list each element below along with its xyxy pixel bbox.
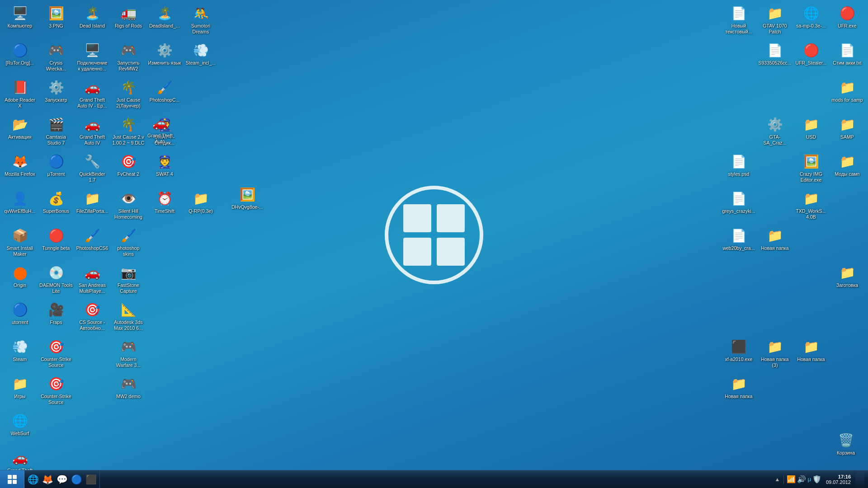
dead-island-icon[interactable]: 🏝️ Dead Island [75,2,110,38]
right-icon-area: 📄 Новый текстовый... 📄 styles.psd 📄 grey… [721,2,866,409]
adobe-reader-icon[interactable]: 📕 Adobe Reader X [2,76,38,113]
svg-rect-6 [13,475,17,479]
firefox-icon[interactable]: 🦊 Mozilla Firefox [2,150,38,187]
photoshop2-icon[interactable]: 🖌️ PhotoshopC... [147,76,182,113]
right-col-2: 🌐 sa-mp-0.3e-... 🔴 UFR_Stealer... 📁 USD … [793,2,830,409]
swat4b-icon[interactable]: 👮 SWAT 4 [147,150,182,187]
quick-launch-bar: 🌐 🦊 💬 🔵 ⬛ [24,470,100,488]
daemon-tools-icon[interactable]: 💿 DAEMON Tools Lite [38,262,74,298]
icon-column-2: 🏝️ Dead Island 🖥️ Подключение к удаленно… [75,2,111,488]
img-editor-icon[interactable]: 🖼️ Crazy IMG Editor.exe [793,150,829,187]
computer-icon[interactable]: 🖥️ Компьютер [2,2,38,38]
rigs-of-rods-icon[interactable]: 🚛 Rigs of Rods [111,2,146,38]
samp-icon[interactable]: 🚗 San Andreas MultiPlaye... [75,262,110,298]
steam-icon[interactable]: 💨 Steam [2,336,38,372]
change-lang-icon[interactable]: ⚙️ Изменить язык [147,39,182,75]
greys-icon[interactable]: 📄 greys_crazyki... [721,188,756,224]
steam2-icon[interactable]: 💨 Steam_incl_... [183,39,218,75]
utorrent-icon[interactable]: 🔵 utorrent [2,299,38,335]
origin-icon[interactable]: ⬤ Origin [2,262,38,298]
icon-column-0: 🖥️ Компьютер 🔵 [RuTor.Org]... 📕 Adobe Re… [2,2,38,488]
timeshift-icon[interactable]: ⏰ TimeShift [147,188,182,224]
gta4b-icon[interactable]: 🚗 Grand Theft Auto IV [75,113,110,150]
web20-icon[interactable]: 📄 web20by_cra... [721,225,756,261]
launcher-icon[interactable]: ⚙️ Запускатр [38,76,74,113]
svg-rect-5 [8,475,12,479]
tray-expand-button[interactable]: ▲ [775,476,780,483]
taskbar-skype-icon[interactable]: 💬 [55,473,69,486]
smart-install-icon[interactable]: 📦 Smart Install Maker [2,225,38,261]
xf-a2010-icon[interactable]: ⬛ xf-a2010.exe [721,336,756,372]
mw2-demo-icon[interactable]: 🎮 MW2 demo [111,373,146,409]
recycle-bin-icon[interactable]: 🗑️ Корзина [828,429,863,465]
mods-samp-icon[interactable]: 📁 mods for samp [830,76,865,113]
websurf-icon[interactable]: 🌐 WebSurf [2,410,38,446]
deadisland2-icon[interactable]: 🏝️ DeadIsland_... [147,2,182,38]
camtasia-icon[interactable]: 🎬 Camtasia Studio 7 [38,113,74,150]
gtav-patch-icon[interactable]: 📁 GTAV 1070 Patch [757,2,793,38]
cs-autoupdate-icon[interactable]: 🎯 Counter-Strike Source [38,373,74,409]
taskbar: 🌐 🦊 💬 🔵 ⬛ ▲ 📶 🔊 μ 🛡️ 17:16 09.07.2012 [0,470,868,488]
tunngle-icon[interactable]: 🔴 Tunngle beta [38,225,74,261]
gta-middle-icon[interactable]: 🚗 Grand Theft Auto [142,112,178,148]
system-clock[interactable]: 17:16 09.07.2012 [823,474,854,485]
s93-icon[interactable]: 📄 S93350526cc... [757,39,793,75]
activation-icon[interactable]: 📂 Активация [2,113,38,150]
new-folder4-icon[interactable]: 📁 Новая папка [721,373,756,409]
revmw2-icon[interactable]: 🎮 Запустить RevMW2 [111,39,146,75]
fraps-icon[interactable]: 🎥 Fraps [38,299,74,335]
3dsmax-icon[interactable]: 📐 Autodesk 3ds Max 2010 6... [111,299,146,335]
samp-installer-icon[interactable]: 🌐 sa-mp-0.3e-... [793,2,829,38]
filezilla-icon[interactable]: 📁 FileZillaPorta... [75,188,110,224]
cs-update-icon[interactable]: 🎯 CS Source - Автообно... [75,299,110,335]
samp-folder-icon[interactable]: 📁 SAMP [830,113,865,150]
taskbar-firefox-icon[interactable]: 🦊 [41,473,54,486]
ufr-stealer-icon[interactable]: 🔴 UFR_Stealer... [793,39,829,75]
new-folder1-icon[interactable]: 📁 Новая папка [793,336,829,372]
gta-sa-craz-icon[interactable]: ⚙️ GTA-SA_Craz... [757,113,793,150]
css-icon[interactable]: 🎯 Counter-Strike Source [38,336,74,372]
styles-psd-icon[interactable]: 📄 styles.psd [721,150,756,187]
rutor-icon[interactable]: 🔵 [RuTor.Org]... [2,39,38,75]
3png-icon[interactable]: 🖼️ 3.PNG [38,2,74,38]
new-folder3-icon[interactable]: 📁 Новая папка (3) [757,336,793,372]
remote-desktop-icon[interactable]: 🖥️ Подключение к удаленно... [75,39,110,75]
utorrent2-icon[interactable]: 🔵 μTorrent [38,150,74,187]
tray-network-icon: 📶 [787,475,796,483]
right-col-3: 📁 GTAV 1070 Patch 📄 S93350526cc... ⚙️ GT… [757,2,793,409]
template-folder-icon[interactable]: 📁 Заготовка [830,262,865,298]
svg-rect-8 [13,480,17,484]
show-desktop-button[interactable] [855,470,864,488]
taskbar-ie-icon[interactable]: 🌐 [26,473,40,486]
right-col-1: 🔴 UFR.exe 📄 Стим акки.txt 📁 mods for sam… [830,2,866,409]
dhv-icon[interactable]: 🖼️ DHvQvg8oe-... [230,183,265,220]
mw3-icon[interactable]: 🎮 Modern Warfare 3... [111,336,146,372]
just-cause2-dlc-icon[interactable]: 🌴 Just Cause 2.v 1.00.2 ~ 9.DLC [111,113,146,150]
usd-folder-icon[interactable]: 📁 USD [793,113,829,150]
quickbinder-icon[interactable]: 🔧 QuickBinder 1.7 [75,150,110,187]
txd-workshop-icon[interactable]: 📁 TXD_WorkS... 4.0B [793,188,829,224]
ufr-icon[interactable]: 🔴 UFR.exe [830,2,865,38]
gta4-icon[interactable]: 🚗 Grand Theft Auto IV - Ep... [75,76,110,113]
just-cause2-icon[interactable]: 🌴 Just Cause 2(Лаунчер) [111,76,146,113]
start-button[interactable] [0,470,24,488]
crysis-icon[interactable]: 🎮 Crysis Wrecka... [38,39,74,75]
icon-column-4: 🏝️ DeadIsland_... ⚙️ Изменить язык 🖌️ Ph… [147,2,183,488]
fvcheat-icon[interactable]: 🎯 FvCheat 2 [111,150,146,187]
tray-antivirus-icon: 🛡️ [812,475,821,483]
photoshop-cs6-icon[interactable]: 🖌️ PhotoshopCS6 [75,225,110,261]
taskbar-app-icon[interactable]: ⬛ [84,473,98,486]
taskbar-utorrent-icon[interactable]: 🔵 [70,473,83,486]
silent-hill-icon[interactable]: 👁️ Silent Hill Homecoming [111,188,146,224]
qrp-icon[interactable]: 📁 Q-RP(0.3e) [183,188,218,224]
steam-accounts-icon[interactable]: 📄 Стим акки.txt [830,39,865,75]
superbonus-icon[interactable]: 💰 SuperBonus [38,188,74,224]
user-folder-icon[interactable]: 👤 qvWvrEfBuH... [2,188,38,224]
new-folder2-icon[interactable]: 📁 Новая папка [757,225,793,261]
faststone-icon[interactable]: 📷 FastStone Capture [111,262,146,298]
mods-samp2-icon[interactable]: 📁 Моды самп [830,150,865,187]
photoshop-skins-icon[interactable]: 🖌️ photoshop skins [111,225,146,261]
sumotori-icon[interactable]: 🤼 Sumotori Dreams [183,2,218,38]
new-txt-icon[interactable]: 📄 Новый текстовый... [721,2,756,38]
games-folder-icon[interactable]: 📁 Игры [2,373,38,409]
